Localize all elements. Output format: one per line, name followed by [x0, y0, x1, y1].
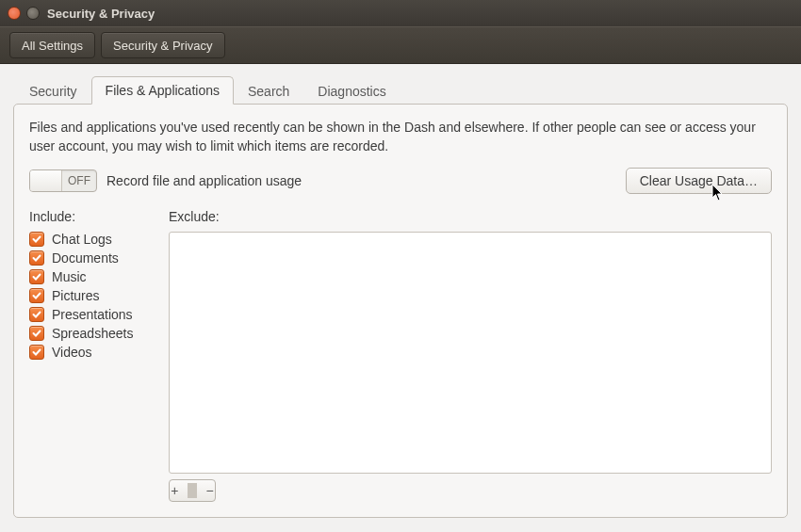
- tab-files-applications[interactable]: Files & Applications: [91, 76, 234, 105]
- breadcrumb-label: Security & Privacy: [113, 39, 212, 53]
- include-header: Include:: [29, 209, 152, 224]
- include-item-pictures[interactable]: Pictures: [29, 288, 152, 303]
- tabs: Security Files & Applications Search Dia…: [15, 75, 788, 104]
- separator: [188, 483, 198, 498]
- record-toggle[interactable]: OFF: [29, 169, 97, 192]
- record-usage-row: OFF Record file and application usage Cl…: [29, 168, 772, 194]
- include-item-label: Videos: [52, 345, 92, 360]
- include-item-label: Spreadsheets: [52, 326, 133, 341]
- window-title: Security & Privacy: [47, 7, 155, 21]
- include-item-spreadsheets[interactable]: Spreadsheets: [29, 326, 152, 341]
- window-controls: [8, 7, 40, 20]
- toggle-knob: [30, 170, 62, 191]
- exclude-remove-button[interactable]: −: [204, 484, 215, 497]
- tab-search[interactable]: Search: [234, 77, 303, 105]
- exclude-add-remove: + −: [169, 479, 216, 502]
- breadcrumb: All Settings Security & Privacy: [0, 26, 801, 64]
- checkbox-icon: [29, 288, 44, 303]
- breadcrumb-label: All Settings: [22, 39, 83, 53]
- description-text: Files and applications you've used recen…: [29, 118, 772, 156]
- content-area: Security Files & Applications Search Dia…: [0, 64, 801, 529]
- tab-security[interactable]: Security: [15, 77, 91, 105]
- record-toggle-label: Record file and application usage: [106, 173, 302, 188]
- include-item-presentations[interactable]: Presentations: [29, 307, 152, 322]
- checkbox-icon: [29, 232, 44, 247]
- include-item-chat-logs[interactable]: Chat Logs: [29, 232, 152, 247]
- tab-label: Security: [29, 84, 77, 99]
- breadcrumb-all-settings[interactable]: All Settings: [9, 32, 95, 58]
- toggle-state: OFF: [62, 174, 96, 187]
- include-exclude-columns: Include: Chat Logs Documents Music: [29, 209, 772, 502]
- checkbox-icon: [29, 307, 44, 322]
- include-item-label: Music: [52, 269, 87, 284]
- exclude-listbox[interactable]: [169, 232, 772, 474]
- close-icon[interactable]: [8, 7, 21, 20]
- include-item-label: Documents: [52, 250, 119, 266]
- include-item-label: Presentations: [52, 307, 133, 322]
- checkbox-icon: [29, 250, 44, 266]
- tab-diagnostics[interactable]: Diagnostics: [303, 77, 400, 105]
- include-item-documents[interactable]: Documents: [29, 250, 152, 266]
- window-titlebar: Security & Privacy: [0, 0, 801, 26]
- checkbox-icon: [29, 326, 44, 341]
- checkbox-icon: [29, 269, 44, 284]
- include-item-videos[interactable]: Videos: [29, 345, 152, 360]
- minimize-icon[interactable]: [26, 7, 40, 20]
- include-list: Chat Logs Documents Music Pictures: [29, 232, 152, 360]
- checkbox-icon: [29, 345, 44, 360]
- exclude-header: Exclude:: [169, 209, 772, 224]
- tab-label: Files & Applications: [106, 83, 220, 98]
- tab-label: Search: [248, 84, 289, 99]
- include-item-label: Chat Logs: [52, 232, 112, 247]
- breadcrumb-current[interactable]: Security & Privacy: [101, 32, 224, 58]
- button-label: Clear Usage Data…: [640, 173, 758, 188]
- include-item-label: Pictures: [52, 288, 100, 303]
- exclude-column: Exclude: + −: [169, 209, 772, 502]
- tab-label: Diagnostics: [318, 84, 385, 99]
- include-column: Include: Chat Logs Documents Music: [29, 209, 152, 502]
- clear-usage-button[interactable]: Clear Usage Data…: [626, 168, 772, 194]
- include-item-music[interactable]: Music: [29, 269, 152, 284]
- tab-panel-files: Files and applications you've used recen…: [13, 104, 788, 518]
- exclude-add-button[interactable]: +: [170, 484, 180, 497]
